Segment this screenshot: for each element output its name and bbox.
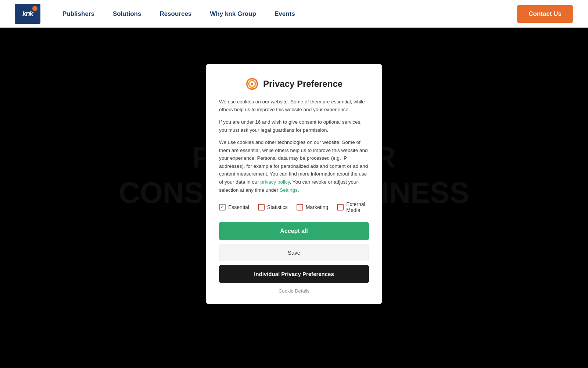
label-marketing: Marketing	[306, 204, 328, 210]
accept-all-button[interactable]: Accept all	[219, 222, 369, 240]
cookie-option-external-media[interactable]: External Media	[337, 201, 369, 213]
privacy-policy-link[interactable]: privacy policy	[261, 179, 290, 185]
settings-link[interactable]: Settings	[280, 187, 298, 193]
logo[interactable]: knk	[15, 4, 40, 24]
save-button[interactable]: Save	[219, 244, 369, 261]
checkbox-marketing[interactable]	[297, 204, 303, 210]
checkbox-essential	[219, 204, 226, 210]
privacy-icon	[245, 77, 259, 91]
modal-header: Privacy Preference	[219, 77, 369, 91]
modal-title: Privacy Preference	[263, 79, 343, 89]
svg-point-10	[251, 83, 253, 85]
header: knk Publishers Solutions Resources Why k…	[0, 0, 588, 28]
checkbox-statistics[interactable]	[258, 204, 265, 210]
label-external-media: External Media	[346, 201, 369, 213]
contact-button[interactable]: Contact Us	[517, 5, 573, 23]
nav-resources[interactable]: Resources	[159, 10, 191, 18]
cookie-option-marketing[interactable]: Marketing	[297, 204, 328, 210]
modal-para2: If you are under 16 and wish to give con…	[219, 118, 369, 134]
nav-why-knk[interactable]: Why knk Group	[210, 10, 256, 18]
nav-solutions[interactable]: Solutions	[113, 10, 141, 18]
cookie-option-statistics[interactable]: Statistics	[258, 204, 288, 210]
label-essential: Essential	[228, 204, 249, 210]
nav-publishers[interactable]: Publishers	[62, 10, 94, 18]
modal-para3: We use cookies and other technologies on…	[219, 138, 369, 194]
modal-body: We use cookies on our website. Some of t…	[219, 98, 369, 194]
main-nav: Publishers Solutions Resources Why knk G…	[62, 10, 517, 18]
checkbox-external-media[interactable]	[337, 204, 344, 210]
privacy-modal: Privacy Preference We use cookies on our…	[206, 64, 382, 304]
cookie-options: Essential Statistics Marketing External …	[219, 201, 369, 213]
modal-para1: We use cookies on our website. Some of t…	[219, 98, 369, 114]
cookie-details-link[interactable]: Cookie Details	[219, 288, 369, 294]
cookie-option-essential[interactable]: Essential	[219, 204, 249, 210]
nav-events[interactable]: Events	[275, 10, 295, 18]
label-statistics: Statistics	[267, 204, 288, 210]
individual-privacy-button[interactable]: Individual Privacy Preferences	[219, 265, 369, 283]
modal-overlay: Privacy Preference We use cookies on our…	[0, 0, 588, 368]
